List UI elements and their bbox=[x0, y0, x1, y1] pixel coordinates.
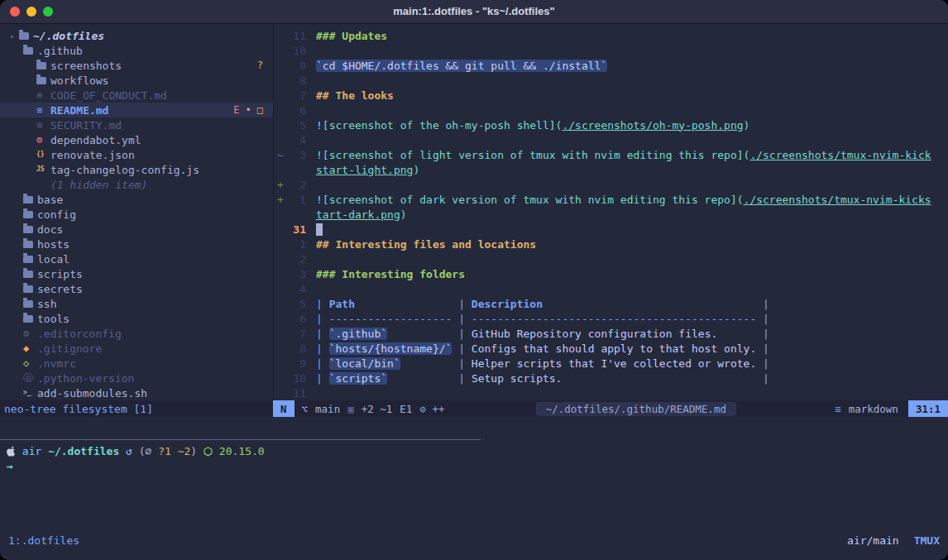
minimize-button[interactable] bbox=[26, 7, 36, 17]
tmux-pane-border[interactable] bbox=[0, 439, 481, 440]
editor-segment-tb: | bbox=[756, 328, 769, 340]
editor-line[interactable]: 8 bbox=[274, 73, 948, 88]
editor-line[interactable]: 3### Interesting folders bbox=[274, 266, 948, 281]
editor-segment-tb: | bbox=[756, 298, 769, 310]
gutter-sign bbox=[274, 357, 288, 370]
file-tree-panel[interactable]: ▸~/.dotfiles.githubscreenshots?workflows… bbox=[0, 23, 273, 400]
tree-item-renovate-json[interactable]: {}renovate.json bbox=[0, 147, 273, 162]
line-number: 3 bbox=[288, 268, 306, 280]
file-icon: ◆ bbox=[23, 343, 29, 353]
tree-item-local[interactable]: local bbox=[0, 251, 273, 266]
folder-icon bbox=[19, 32, 29, 40]
tree-item-editorconfig[interactable]: ⚙.editorconfig bbox=[0, 326, 273, 341]
gutter-sign bbox=[274, 104, 288, 117]
editor-line[interactable]: 11### Updates bbox=[274, 28, 948, 43]
apple-icon bbox=[7, 445, 16, 457]
line-number: 6 bbox=[288, 313, 306, 325]
git-diff-stats: +2 ~1 bbox=[361, 403, 393, 415]
tree-item-python-version[interactable]: ⓞ.python-version bbox=[0, 371, 273, 385]
editor-line[interactable]: 9`cd $HOME/.dotfiles && git pull && ./in… bbox=[274, 58, 948, 73]
tree-item-label: .editorconfig bbox=[37, 328, 122, 340]
editor-segment-tb: | bbox=[452, 372, 471, 385]
tree-item-secrets[interactable]: secrets bbox=[0, 281, 273, 296]
editor-line[interactable]: 9| `local/bin` | Helper scripts that I'v… bbox=[274, 356, 948, 371]
close-button[interactable] bbox=[10, 7, 20, 17]
tree-item-add-submodules-sh[interactable]: >_add-submodules.sh bbox=[0, 385, 273, 400]
tree-item-scripts[interactable]: scripts bbox=[0, 266, 273, 281]
editor-line[interactable]: 10 bbox=[274, 43, 948, 58]
editor-pane[interactable]: 11### Updates 10 9`cd $HOME/.dotfiles &&… bbox=[274, 23, 948, 400]
tree-item-security-md[interactable]: ≡SECURITY.md bbox=[0, 117, 273, 132]
titlebar[interactable]: main:1:.dotfiles - "ks~/.dotfiles" bbox=[0, 0, 948, 24]
editor-line[interactable]: 4 bbox=[274, 132, 948, 147]
zoom-button[interactable] bbox=[43, 7, 53, 17]
folder-icon bbox=[23, 285, 33, 293]
editor-line[interactable]: 6 bbox=[274, 103, 948, 117]
editor-line[interactable]: tart-dark.png) bbox=[274, 207, 948, 222]
tree-item-hosts[interactable]: hosts bbox=[0, 237, 273, 251]
folder-icon bbox=[23, 211, 33, 218]
line-number: 5 bbox=[288, 298, 306, 310]
tree-item-tag-changelog-config-js[interactable]: JStag-changelog-config.js bbox=[0, 162, 273, 177]
tree-item-ssh[interactable]: ssh bbox=[0, 296, 273, 311]
git-status-markers: ? bbox=[257, 60, 273, 71]
tree-item-dotfiles[interactable]: ▸~/.dotfiles bbox=[0, 28, 273, 43]
editor-segment-url: ./screenshots/tmux-nvim-kick bbox=[749, 149, 931, 161]
tree-item-code-of-conduct-md[interactable]: ≡CODE_OF_CONDUCT.md bbox=[0, 88, 273, 103]
icon-cell bbox=[23, 226, 37, 233]
folder-icon bbox=[36, 77, 46, 84]
editor-segment-link: ![screenshot of dark version of tmux wit… bbox=[316, 194, 737, 206]
editor-segment-sp bbox=[355, 298, 452, 310]
editor-line[interactable]: 8| `hosts/{hostname}/` | Configs that sh… bbox=[274, 341, 948, 356]
tree-item-label: add-submodules.sh bbox=[37, 387, 147, 400]
tmux-window-tab[interactable]: 1:.dotfiles bbox=[8, 534, 79, 547]
editor-segment-tb: | bbox=[316, 298, 329, 310]
tree-item-readme-md[interactable]: ≡README.mdE•□ bbox=[0, 103, 273, 117]
line-number: 4 bbox=[288, 134, 306, 146]
expander-icon[interactable]: ▸ bbox=[10, 31, 19, 41]
tree-item-1-hidden-item[interactable]: (1 hidden item) bbox=[0, 177, 273, 192]
tree-item-nvmrc[interactable]: ◇.nvmrc bbox=[0, 356, 273, 371]
editor-line[interactable]: 7## The looks bbox=[274, 88, 948, 103]
icon-cell bbox=[23, 47, 37, 55]
editor-segment-url: tart-dark.png bbox=[316, 208, 400, 221]
editor-line[interactable]: 2 bbox=[274, 251, 948, 266]
editor-line[interactable]: +2 bbox=[274, 177, 948, 192]
tree-item-dependabot-yml[interactable]: ⚙dependabot.yml bbox=[0, 132, 273, 147]
tree-item-screenshots[interactable]: screenshots? bbox=[0, 58, 273, 73]
tree-item-config[interactable]: config bbox=[0, 207, 273, 222]
tree-item-label: ~/.dotfiles bbox=[33, 30, 104, 42]
editor-line[interactable]: 1## Interesting files and locations bbox=[274, 237, 948, 251]
tree-item-tools[interactable]: tools bbox=[0, 311, 273, 326]
tmux-badge: TMUX bbox=[914, 534, 940, 547]
editor-line[interactable]: 5![screenshot of the oh-my-posh shell](.… bbox=[274, 117, 948, 132]
editor-line[interactable]: 31 bbox=[274, 222, 948, 237]
node-icon bbox=[203, 445, 213, 457]
file-icon: >_ bbox=[23, 388, 31, 398]
tree-item-label: screenshots bbox=[50, 60, 122, 72]
editor-line[interactable]: 11 bbox=[274, 385, 948, 400]
editor-segment-tb: | bbox=[756, 342, 769, 355]
editor-line[interactable]: 5| Path | Description | bbox=[274, 296, 948, 311]
tree-item-label: hosts bbox=[37, 238, 69, 251]
icon-cell bbox=[23, 196, 37, 203]
editor-line[interactable]: +1![screenshot of dark version of tmux w… bbox=[274, 192, 948, 207]
icon-cell: ◆ bbox=[23, 343, 37, 353]
editor-segment-tb: | bbox=[452, 342, 471, 355]
tree-item-docs[interactable]: docs bbox=[0, 222, 273, 237]
tree-item-label: CODE_OF_CONDUCT.md bbox=[50, 89, 167, 102]
tree-item-github[interactable]: .github bbox=[0, 43, 273, 58]
editor-line[interactable]: 7| `.github` | GitHub Repository configu… bbox=[274, 326, 948, 341]
shell-pane[interactable]: air ~/.dotfiles ↺ (⌀ ?1 ~2) 20.15.0 → bbox=[7, 445, 948, 475]
editor-line[interactable]: ~3![screenshot of light version of tmux … bbox=[274, 147, 948, 162]
editor-line[interactable]: 6| ------------------- | ---------------… bbox=[274, 311, 948, 326]
folder-icon bbox=[23, 256, 33, 263]
tree-item-workflows[interactable]: workflows bbox=[0, 73, 273, 88]
editor-line[interactable]: 10| `scripts` | Setup scripts. | bbox=[274, 371, 948, 385]
tree-item-gitignore[interactable]: ◆.gitignore bbox=[0, 341, 273, 356]
editor-segment-code: `local/bin` bbox=[329, 357, 400, 370]
tree-item-base[interactable]: base bbox=[0, 192, 273, 207]
editor-line[interactable]: start-light.png) bbox=[274, 162, 948, 177]
git-branch[interactable]: main bbox=[315, 403, 340, 415]
editor-line[interactable]: 4 bbox=[274, 281, 948, 296]
